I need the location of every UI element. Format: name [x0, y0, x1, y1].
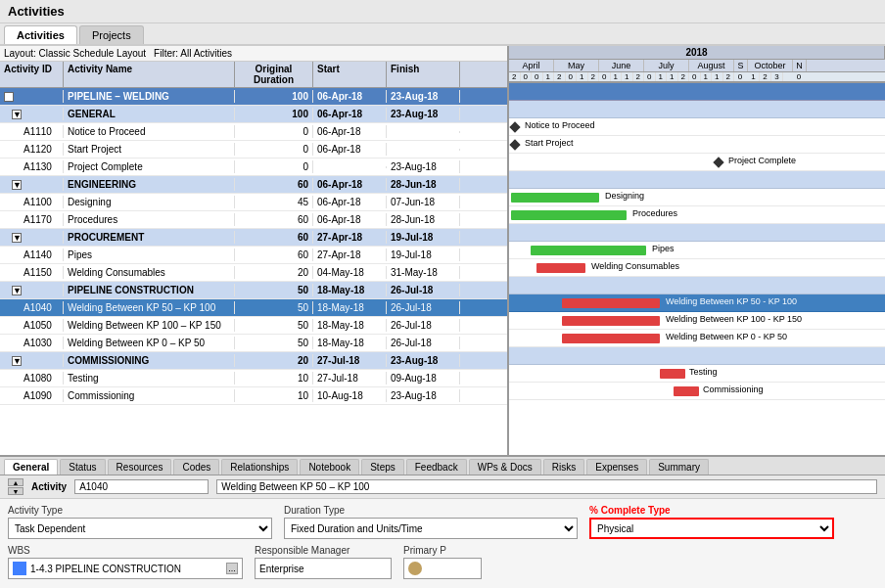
gantt-label: Welding Between KP 0 - KP 50	[666, 332, 787, 341]
table-row[interactable]: A1110 Notice to Proceed 0 06-Apr-18	[0, 123, 507, 141]
table-row[interactable]: ▼ ENGINEERING 60 06-Apr-18 28-Jun-18	[0, 176, 507, 194]
row-dur: 50	[235, 319, 313, 332]
gantt-area: 2018 April May June July August S Octobe…	[509, 46, 885, 455]
row-finish: 28-Jun-18	[387, 213, 460, 226]
gantt-row: Designing	[509, 189, 885, 206]
col-header-dur[interactable]: Original Duration	[235, 62, 313, 87]
gantt-day: 1	[667, 72, 678, 81]
tab-wps-docs[interactable]: WPs & Docs	[469, 459, 541, 475]
row-start: 27-Apr-18	[313, 249, 387, 261]
nav-arrows: ▲ ▼	[8, 478, 23, 495]
expand-icon[interactable]: ▼	[12, 233, 22, 243]
table-row[interactable]: A1140 Pipes 60 27-Apr-18 19-Jul-18	[0, 247, 507, 264]
table-row[interactable]: A1050 Welding Between KP 100 – KP 150 50…	[0, 317, 507, 335]
table-row-selected[interactable]: A1040 Welding Between KP 50 – KP 100 50 …	[0, 299, 507, 317]
gantt-row	[509, 83, 885, 101]
gantt-day: 2	[554, 72, 566, 81]
activity-type-select[interactable]: Task Dependent Resource Dependent Level …	[8, 518, 272, 539]
tab-general[interactable]: General	[4, 459, 58, 475]
col-header-id[interactable]: Activity ID	[0, 62, 64, 87]
gantt-days-row: 2 0 0 1 2 0 1 2 0 1 1 2 0	[509, 72, 885, 82]
table-row[interactable]: A1170 Procedures 60 06-Apr-18 28-Jun-18	[0, 211, 507, 229]
primary-p-box[interactable]	[403, 558, 482, 579]
gantt-label: Notice to Proceed	[525, 120, 595, 130]
gantt-month: May	[554, 60, 599, 71]
table-row[interactable]: ▼ PIPELINE CONSTRUCTION 50 18-May-18 26-…	[0, 282, 507, 299]
row-id: A1150	[0, 266, 64, 279]
tab-projects[interactable]: Projects	[79, 25, 144, 44]
row-start: 06-Apr-18	[313, 125, 387, 138]
tab-feedback[interactable]: Feedback	[406, 459, 467, 475]
row-finish: 23-Aug-18	[387, 354, 460, 367]
row-finish: 19-Jul-18	[387, 249, 460, 261]
row-start: 18-May-18	[313, 301, 387, 314]
table-row[interactable]: A1030 Welding Between KP 0 – KP 50 50 18…	[0, 335, 507, 352]
gantt-row: Testing	[509, 365, 885, 383]
gantt-days-april: 2 0 0 1	[509, 72, 554, 81]
duration-type-select[interactable]: Fixed Duration and Units/Time Fixed Unit…	[284, 518, 578, 539]
col-header-start[interactable]: Start	[313, 62, 387, 87]
gantt-row-selected: Welding Between KP 50 - KP 100	[509, 294, 885, 312]
nav-down-button[interactable]: ▼	[8, 487, 23, 495]
tab-risks[interactable]: Risks	[543, 459, 584, 475]
expand-icon[interactable]: ▼	[12, 110, 22, 119]
table-row[interactable]: ▼ GENERAL 100 06-Apr-18 23-Aug-18	[0, 106, 507, 123]
primary-p-label: Primary P	[403, 545, 482, 556]
gantt-label: Designing	[605, 191, 644, 201]
table-row[interactable]: A1090 Commissioning 10 10-Aug-18 23-Aug-…	[0, 387, 507, 405]
wbs-browse-button[interactable]: ...	[226, 563, 238, 574]
expand-icon[interactable]: ▼	[4, 92, 14, 102]
table-row[interactable]: A1080 Testing 10 27-Jul-18 09-Aug-18	[0, 370, 507, 387]
table-row[interactable]: A1120 Start Project 0 06-Apr-18	[0, 141, 507, 158]
tab-relationships[interactable]: Relationships	[221, 459, 298, 475]
gantt-day: 0	[734, 72, 746, 81]
table-area: Layout: Classic Schedule Layout Filter: …	[0, 46, 509, 455]
activity-id-input[interactable]	[74, 479, 209, 494]
responsible-manager-box[interactable]: Enterprise	[255, 558, 392, 579]
tab-codes[interactable]: Codes	[173, 459, 219, 475]
row-dur: 60	[235, 249, 313, 261]
tab-summary[interactable]: Summary	[649, 459, 709, 475]
row-name: PIPELINE – WELDING	[64, 90, 235, 103]
gantt-milestone	[509, 139, 520, 150]
gantt-bar-red	[660, 369, 685, 379]
row-finish: 26-Jul-18	[387, 301, 460, 314]
gantt-milestone	[509, 121, 520, 132]
expand-icon[interactable]: ▼	[12, 180, 22, 190]
row-finish: 23-Aug-18	[387, 389, 460, 402]
table-row[interactable]: ▼ PROCUREMENT 60 27-Apr-18 19-Jul-18	[0, 229, 507, 247]
gantt-day: 1	[701, 72, 713, 81]
tab-resources[interactable]: Resources	[108, 459, 172, 475]
table-row[interactable]: A1100 Designing 45 06-Apr-18 07-Jun-18	[0, 194, 507, 211]
tab-notebook[interactable]: Notebook	[300, 459, 359, 475]
expand-icon[interactable]: ▼	[12, 356, 22, 366]
row-finish	[387, 149, 460, 151]
table-row[interactable]: A1130 Project Complete 0 23-Aug-18	[0, 158, 507, 176]
tab-status[interactable]: Status	[60, 459, 105, 475]
responsible-manager-value: Enterprise	[259, 564, 304, 574]
expand-icon[interactable]: ▼	[12, 286, 22, 295]
gantt-row: Welding Between KP 100 - KP 150	[509, 312, 885, 330]
pct-complete-type-select[interactable]: Physical Duration Units Manual	[589, 518, 834, 539]
gantt-body[interactable]: Notice to Proceed Start Project Project …	[509, 83, 885, 455]
table-row[interactable]: ▼ COMMISSIONING 20 27-Jul-18 23-Aug-18	[0, 352, 507, 370]
row-start: 18-May-18	[313, 319, 387, 332]
wbs-value-box[interactable]: 1-4.3 PIPELINE CONSTRUCTION ...	[8, 558, 243, 579]
col-header-name[interactable]: Activity Name	[64, 62, 235, 87]
table-row[interactable]: A1150 Welding Consumables 20 04-May-18 3…	[0, 264, 507, 282]
tab-expenses[interactable]: Expenses	[586, 459, 647, 475]
table-row[interactable]: ▼ PIPELINE – WELDING 100 06-Apr-18 23-Au…	[0, 88, 507, 106]
gantt-label: Start Project	[525, 138, 574, 148]
activity-name-input[interactable]	[216, 479, 877, 494]
tab-steps[interactable]: Steps	[361, 459, 404, 475]
row-name: PROCUREMENT	[64, 231, 235, 244]
gantt-month: July	[644, 60, 689, 71]
gantt-row	[509, 277, 885, 294]
row-id: A1110	[0, 125, 64, 138]
row-id: A1170	[0, 213, 64, 226]
row-id: ▼	[0, 178, 64, 191]
row-id: ▼	[0, 354, 64, 367]
nav-up-button[interactable]: ▲	[8, 478, 23, 486]
tab-activities[interactable]: Activities	[4, 25, 77, 44]
col-header-finish[interactable]: Finish	[387, 62, 460, 87]
